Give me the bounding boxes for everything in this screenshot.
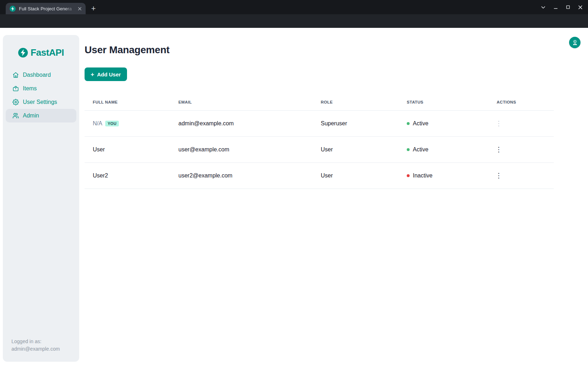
tab-close-icon[interactable]	[76, 5, 83, 12]
cell-role: User	[321, 172, 407, 179]
cell-role: User	[321, 146, 407, 153]
column-header-actions: ACTIONS	[490, 100, 554, 104]
user-menu-button[interactable]	[569, 37, 581, 48]
sidebar-item-items[interactable]: Items	[6, 82, 76, 95]
tab-title: Full Stack Project Genera	[19, 6, 76, 11]
close-window-button[interactable]	[578, 5, 583, 10]
logged-in-label: Logged in as:	[11, 338, 60, 345]
cell-status: Inactive	[407, 172, 490, 179]
page-content: FastAPI Dashboard Items User Settings Ad…	[0, 28, 588, 366]
column-header-email: EMAIL	[178, 100, 321, 104]
user-astronaut-icon	[572, 39, 578, 46]
sidebar-item-label: Dashboard	[23, 72, 51, 78]
column-header-role: ROLE	[321, 100, 407, 104]
logged-in-email: admin@example.com	[11, 345, 60, 353]
maximize-button[interactable]	[566, 5, 571, 10]
row-actions-menu-button[interactable]: ⋮	[495, 172, 503, 179]
row-actions-menu-button[interactable]: ⋮	[495, 146, 503, 153]
table-row: User2 user2@example.com User Inactive ⋮	[85, 163, 554, 189]
users-icon	[12, 112, 19, 119]
sidebar-item-admin[interactable]: Admin	[6, 109, 76, 122]
cell-email: user2@example.com	[178, 172, 321, 179]
new-tab-button[interactable]: +	[88, 3, 99, 14]
table-row: N/AYOU admin@example.com Superuser Activ…	[85, 111, 554, 137]
browser-tab[interactable]: Full Stack Project Genera	[6, 3, 86, 14]
minimize-button[interactable]	[553, 5, 558, 10]
sidebar-item-label: User Settings	[23, 99, 57, 105]
cell-status: Active	[407, 120, 490, 127]
column-header-status: STATUS	[407, 100, 490, 104]
sidebar-nav: Dashboard Items User Settings Admin	[3, 68, 79, 122]
row-actions-menu-button[interactable]: ⋮	[495, 120, 503, 127]
page-title: User Management	[85, 44, 169, 56]
fastapi-favicon-icon	[10, 6, 16, 12]
cell-full-name: User	[85, 146, 178, 153]
cell-full-name: N/AYOU	[85, 120, 178, 127]
plus-icon: +	[91, 71, 94, 77]
logged-in-as: Logged in as: admin@example.com	[11, 338, 60, 353]
sidebar-item-dashboard[interactable]: Dashboard	[6, 68, 76, 82]
users-table: FULL NAME EMAIL ROLE STATUS ACTIONS N/AY…	[85, 94, 554, 189]
cell-email: admin@example.com	[178, 120, 321, 127]
status-dot	[407, 148, 410, 151]
cell-full-name: User2	[85, 172, 178, 179]
cell-role: Superuser	[321, 120, 407, 127]
column-header-full-name: FULL NAME	[85, 100, 178, 104]
you-badge: YOU	[105, 121, 119, 126]
chevron-down-icon[interactable]	[541, 5, 546, 10]
table-header-row: FULL NAME EMAIL ROLE STATUS ACTIONS	[85, 94, 554, 111]
sidebar-item-label: Admin	[23, 112, 39, 119]
sidebar: FastAPI Dashboard Items User Settings Ad…	[3, 35, 79, 362]
cell-actions: ⋮	[490, 146, 554, 153]
status-dot	[407, 122, 410, 125]
fastapi-bolt-icon	[18, 48, 28, 57]
sidebar-item-label: Items	[23, 85, 37, 92]
cell-email: user@example.com	[178, 146, 321, 153]
logo-text: FastAPI	[31, 47, 64, 58]
tab-strip: Full Stack Project Genera +	[0, 0, 588, 14]
browser-toolbar: i localhost/admin 1	[0, 14, 588, 28]
table-row: User user@example.com User Active ⋮	[85, 137, 554, 163]
home-icon	[12, 72, 19, 78]
gear-icon	[12, 99, 19, 105]
cell-actions: ⋮	[490, 172, 554, 179]
briefcase-icon	[12, 85, 19, 92]
sidebar-item-user-settings[interactable]: User Settings	[6, 95, 76, 109]
cell-status: Active	[407, 146, 490, 153]
cell-actions: ⋮	[490, 120, 554, 127]
status-dot	[407, 174, 410, 177]
fastapi-logo: FastAPI	[3, 47, 79, 58]
add-user-button[interactable]: + Add User	[85, 67, 127, 81]
add-user-label: Add User	[97, 71, 121, 77]
